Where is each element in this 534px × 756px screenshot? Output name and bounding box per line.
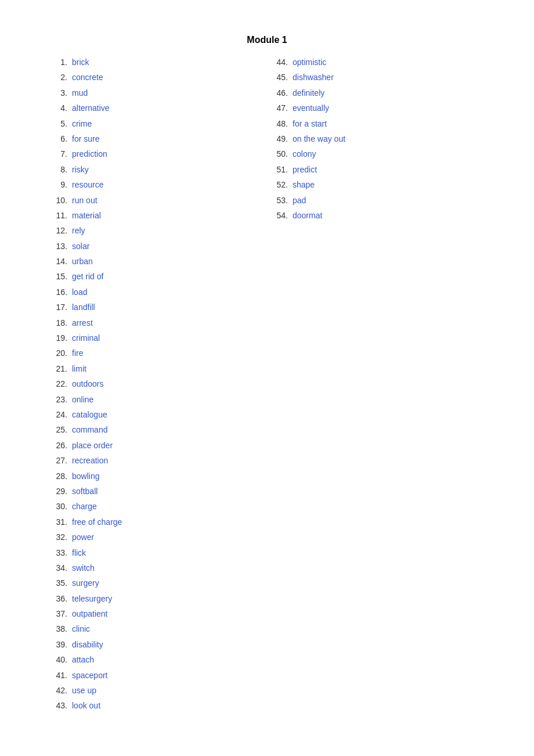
item-word[interactable]: catalogue: [72, 408, 107, 421]
item-number: 26.: [46, 439, 67, 452]
item-word[interactable]: recreation: [72, 454, 108, 467]
item-word[interactable]: power: [72, 531, 94, 543]
list-item: 13.solar: [46, 240, 267, 253]
item-word[interactable]: look out: [72, 699, 100, 712]
item-word[interactable]: use up: [72, 684, 96, 697]
list-item: 18.arrest: [46, 316, 267, 329]
item-word[interactable]: get rid of: [72, 270, 103, 283]
right-column: 44.optimistic45.dishwasher46.definitely4…: [267, 56, 488, 224]
list-item: 52.shape: [267, 178, 488, 191]
list-item: 10.run out: [46, 194, 267, 207]
item-word[interactable]: disability: [72, 638, 103, 651]
item-word[interactable]: command: [72, 423, 107, 436]
item-number: 24.: [46, 408, 67, 421]
list-item: 32.power: [46, 531, 267, 543]
item-word[interactable]: criminal: [72, 332, 100, 344]
item-word[interactable]: telesurgery: [72, 592, 112, 605]
item-word[interactable]: run out: [72, 194, 98, 207]
item-word[interactable]: for sure: [72, 132, 99, 145]
item-word[interactable]: online: [72, 393, 93, 406]
item-word[interactable]: optimistic: [293, 56, 326, 69]
list-item: 31.free of charge: [46, 516, 267, 528]
item-number: 25.: [46, 423, 67, 436]
list-item: 38.clinic: [46, 622, 267, 635]
list-item: 42.use up: [46, 684, 267, 697]
item-number: 20.: [46, 347, 67, 359]
item-number: 7.: [46, 147, 67, 160]
item-word[interactable]: landfill: [72, 301, 95, 314]
item-word[interactable]: on the way out: [293, 132, 345, 145]
list-item: 21.limit: [46, 362, 267, 375]
item-word[interactable]: clinic: [72, 622, 90, 635]
item-word[interactable]: flick: [72, 546, 86, 559]
list-item: 12.rely: [46, 224, 267, 237]
item-number: 53.: [267, 194, 288, 207]
item-word[interactable]: place order: [72, 439, 113, 452]
list-item: 29.softball: [46, 485, 267, 498]
item-word[interactable]: dishwasher: [293, 71, 334, 84]
item-word[interactable]: definitely: [293, 87, 324, 99]
list-item: 54.doormat: [267, 209, 488, 222]
list-item: 15.get rid of: [46, 270, 267, 283]
item-word[interactable]: surgery: [72, 577, 99, 589]
item-number: 51.: [267, 163, 288, 176]
item-word[interactable]: load: [72, 286, 87, 298]
item-word[interactable]: solar: [72, 240, 89, 253]
item-word[interactable]: softball: [72, 485, 98, 498]
list-item: 1.brick: [46, 56, 267, 69]
item-word[interactable]: bowling: [72, 470, 99, 483]
item-word[interactable]: charge: [72, 500, 97, 513]
list-item: 5.crime: [46, 117, 267, 130]
list-item: 53.pad: [267, 194, 488, 207]
item-word[interactable]: doormat: [293, 209, 322, 222]
list-item: 28.bowling: [46, 470, 267, 483]
item-word[interactable]: urban: [72, 255, 93, 268]
content-columns: 1.brick2.concrete3.mud4.alternative5.cri…: [46, 56, 488, 715]
item-number: 5.: [46, 117, 67, 130]
item-word[interactable]: for a start: [293, 117, 327, 130]
item-number: 15.: [46, 270, 67, 283]
item-word[interactable]: free of charge: [72, 516, 122, 528]
item-word[interactable]: mud: [72, 87, 88, 99]
list-item: 20.fire: [46, 347, 267, 359]
item-word[interactable]: eventually: [293, 102, 329, 114]
item-word[interactable]: spaceport: [72, 669, 107, 682]
item-number: 34.: [46, 561, 67, 574]
item-word[interactable]: alternative: [72, 102, 110, 114]
item-word[interactable]: pad: [293, 194, 306, 207]
list-item: 17.landfill: [46, 301, 267, 314]
list-item: 45.dishwasher: [267, 71, 488, 84]
page-title: Module 1: [46, 35, 488, 45]
item-word[interactable]: resource: [72, 178, 103, 191]
item-word[interactable]: fire: [72, 347, 83, 359]
list-item: 22.outdoors: [46, 377, 267, 390]
item-word[interactable]: material: [72, 209, 101, 222]
item-number: 36.: [46, 592, 67, 605]
item-word[interactable]: switch: [72, 561, 95, 574]
item-word[interactable]: limit: [72, 362, 86, 375]
item-word[interactable]: crime: [72, 117, 92, 130]
list-item: 2.concrete: [46, 71, 267, 84]
item-word[interactable]: brick: [72, 56, 89, 69]
item-word[interactable]: prediction: [72, 147, 107, 160]
item-number: 9.: [46, 178, 67, 191]
list-item: 49.on the way out: [267, 132, 488, 145]
list-item: 19.criminal: [46, 332, 267, 344]
item-number: 43.: [46, 699, 67, 712]
item-number: 32.: [46, 531, 67, 543]
item-word[interactable]: colony: [293, 147, 316, 160]
list-item: 11.material: [46, 209, 267, 222]
item-word[interactable]: attach: [72, 653, 94, 666]
item-number: 21.: [46, 362, 67, 375]
item-word[interactable]: rely: [72, 224, 85, 237]
list-item: 48.for a start: [267, 117, 488, 130]
item-word[interactable]: concrete: [72, 71, 103, 84]
item-word[interactable]: arrest: [72, 316, 93, 329]
item-word[interactable]: risky: [72, 163, 89, 176]
list-item: 36.telesurgery: [46, 592, 267, 605]
item-number: 17.: [46, 301, 67, 314]
item-word[interactable]: outdoors: [72, 377, 103, 390]
item-word[interactable]: outpatient: [72, 607, 108, 620]
item-word[interactable]: shape: [293, 178, 315, 191]
item-word[interactable]: predict: [293, 163, 317, 176]
